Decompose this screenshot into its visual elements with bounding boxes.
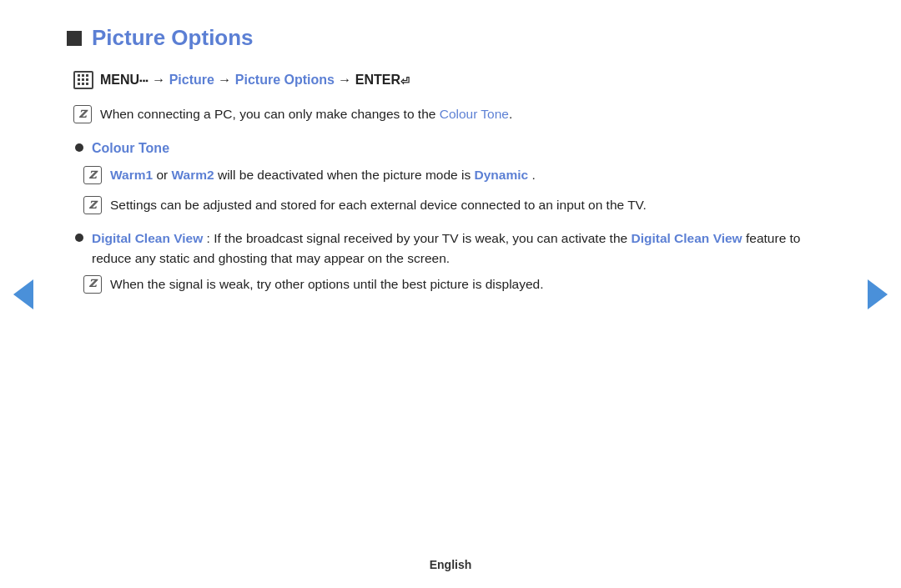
settings-note-text: Settings can be adjusted and stored for … [110, 198, 647, 212]
settings-note-line: ℤ Settings can be adjusted and stored fo… [83, 195, 834, 215]
warm-note-line: ℤ Warm1 or Warm2 will be deactivated whe… [83, 165, 834, 185]
pc-note-highlight: Colour Tone [440, 107, 509, 121]
pc-note-text-before: When connecting a PC, you can only make … [100, 107, 440, 121]
left-arrow-icon [13, 279, 33, 309]
bullet-colour-tone-label: Colour Tone [92, 138, 169, 158]
digital-text1: : If the broadcast signal received by yo… [207, 231, 632, 245]
bullet-dot-digital [75, 234, 83, 242]
note-icon-pc: ℤ [73, 105, 92, 123]
pc-note-text-after: . [509, 107, 512, 121]
settings-note-content: Settings can be adjusted and stored for … [110, 195, 647, 215]
warm-text-mid: will be deactivated when the picture mod… [218, 168, 475, 182]
nav-arrow-left[interactable] [12, 278, 35, 311]
warm2-text: Warm2 [172, 168, 214, 182]
warm-note-content: Warm1 or Warm2 will be deactivated when … [110, 165, 536, 185]
bullet-digital-clean-view-item: Digital Clean View : If the broadcast si… [67, 229, 834, 268]
digital-clean-view-label: Digital Clean View [92, 231, 203, 245]
menu-grid [78, 74, 89, 86]
signal-note-line: ℤ When the signal is weak, try other opt… [83, 274, 834, 294]
note-icon-warm: ℤ [83, 166, 102, 184]
colour-tone-subnotes: ℤ Warm1 or Warm2 will be deactivated whe… [67, 165, 834, 215]
bullet-digital-label: Digital Clean View : If the broadcast si… [92, 229, 834, 268]
right-arrow-icon [868, 279, 888, 309]
bullet-colour-tone: Colour Tone ℤ Warm1 or Warm2 will be dea… [67, 138, 834, 215]
signal-note-text: When the signal is weak, try other optio… [110, 277, 544, 291]
pc-note-content: When connecting a PC, you can only make … [100, 104, 512, 123]
title-square-icon [67, 31, 82, 46]
page-title-row: Picture Options [67, 25, 834, 51]
bullet-dot-colour-tone [75, 143, 83, 152]
pc-note-line: ℤ When connecting a PC, you can only mak… [67, 104, 834, 123]
dynamic-text: Dynamic [475, 168, 529, 182]
menu-icon [73, 71, 93, 89]
page-footer: English [0, 558, 901, 571]
warm-text-end: . [531, 168, 535, 182]
nav-arrow-right[interactable] [866, 278, 889, 311]
note-icon-settings: ℤ [83, 196, 102, 214]
bullet-digital-clean-view: Digital Clean View : If the broadcast si… [67, 229, 834, 294]
note-icon-signal: ℤ [83, 275, 102, 294]
menu-instruction-text: MENU▪▪▪ → Picture → Picture Options → EN… [100, 73, 410, 88]
signal-note-content: When the signal is weak, try other optio… [110, 274, 544, 294]
digital-clean-view-inline: Digital Clean View [631, 231, 742, 245]
page-title: Picture Options [92, 25, 254, 51]
page-container: Picture Options MENU▪▪▪ → Picture → Pict… [0, 0, 901, 588]
digital-clean-view-subnotes: ℤ When the signal is weak, try other opt… [67, 274, 834, 294]
menu-instruction-line: MENU▪▪▪ → Picture → Picture Options → EN… [67, 71, 834, 89]
bullet-colour-tone-item: Colour Tone [67, 138, 834, 158]
footer-text: English [430, 558, 472, 571]
or-text: or [156, 168, 171, 182]
warm1-text: Warm1 [110, 168, 153, 182]
